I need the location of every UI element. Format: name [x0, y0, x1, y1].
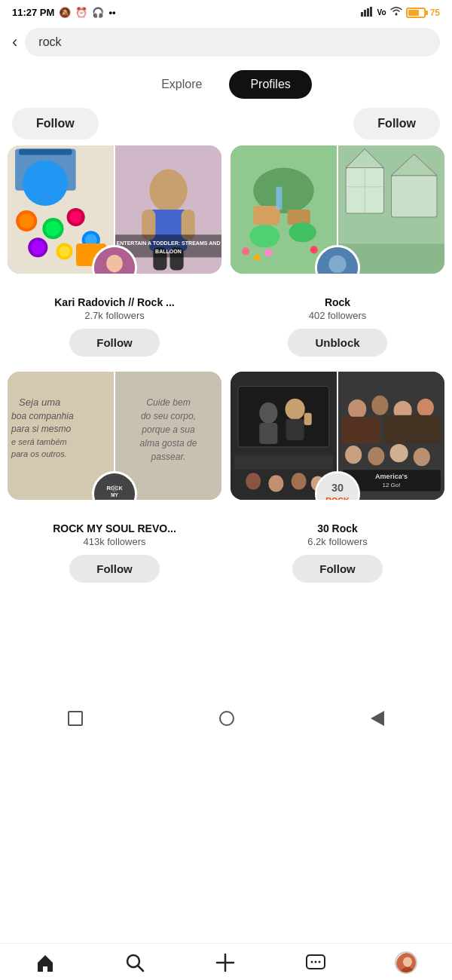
profile-card-rock: Rock 402 followers Unblock [231, 145, 444, 363]
status-bar: 11:27 PM 🔕 ⏰ 🎧 •• Vo 75 [0, 0, 452, 22]
svg-rect-3 [370, 7, 372, 17]
svg-text:30: 30 [331, 482, 344, 494]
nav-search[interactable] [124, 952, 145, 973]
svg-text:do seu corpo,: do seu corpo, [141, 411, 196, 421]
profile-card-30rock: America's 12 Go! 30 ROCK 30 Rock [231, 372, 444, 589]
svg-point-107 [310, 961, 313, 963]
search-bar-container: ‹ rock [0, 22, 452, 66]
svg-text:ROCK: ROCK [325, 496, 350, 500]
svg-point-111 [403, 957, 412, 967]
svg-point-72 [111, 485, 118, 492]
svg-rect-35 [253, 206, 279, 225]
signal-icon [361, 6, 374, 19]
kari-follow-button[interactable]: Follow [69, 329, 160, 357]
nav-home[interactable] [35, 952, 56, 973]
top-follow-row: Follow Follow [0, 108, 452, 145]
svg-point-94 [389, 444, 408, 462]
svg-point-109 [318, 961, 320, 963]
svg-point-42 [264, 249, 272, 256]
battery-icon [406, 8, 426, 18]
tab-profiles[interactable]: Profiles [229, 70, 311, 99]
svg-point-9 [19, 213, 34, 228]
svg-rect-36 [288, 210, 310, 225]
svg-rect-79 [304, 413, 312, 425]
profile-card-kari: ENTERTAIN A TODDLER: STREAMS AND BALLOON [8, 145, 221, 363]
rock-avatar-img [317, 247, 358, 274]
svg-rect-80 [234, 455, 333, 470]
headphone-icon: 🎧 [92, 7, 104, 18]
kari-followers: 2.7k followers [84, 310, 144, 321]
svg-point-54 [328, 256, 346, 273]
svg-text:passear.: passear. [151, 452, 186, 462]
status-right: Vo 75 [361, 6, 440, 19]
svg-rect-48 [392, 176, 437, 217]
svg-point-108 [314, 961, 316, 963]
nav-profile[interactable] [395, 951, 417, 974]
svg-point-93 [368, 447, 384, 465]
30rock-images: America's 12 Go! 30 ROCK [231, 372, 444, 500]
svg-point-43 [310, 246, 318, 253]
android-back-button[interactable] [371, 711, 384, 726]
svg-rect-7 [19, 149, 72, 155]
rock-name: Rock [322, 296, 353, 308]
alarm-clock-icon: ⏰ [75, 7, 87, 18]
android-home-button[interactable] [219, 711, 234, 726]
search-value: rock [38, 35, 61, 49]
svg-rect-0 [361, 12, 363, 17]
svg-text:para os outros.: para os outros. [11, 449, 67, 458]
svg-point-15 [31, 240, 44, 254]
svg-point-11 [45, 221, 60, 236]
android-nav-bar [0, 702, 452, 735]
svg-point-95 [414, 448, 430, 466]
back-button[interactable]: ‹ [12, 32, 17, 52]
svg-point-82 [268, 475, 283, 492]
search-input-wrapper[interactable]: rock [25, 28, 440, 57]
soul-avatar-img: ROCK MY SOUL [94, 473, 135, 500]
svg-rect-90 [342, 417, 380, 443]
svg-point-87 [371, 396, 388, 415]
svg-point-92 [345, 446, 362, 464]
svg-point-37 [249, 225, 279, 247]
svg-text:Seja uma: Seja uma [19, 397, 60, 408]
svg-text:MY: MY [111, 492, 118, 498]
svg-rect-1 [364, 10, 366, 17]
svg-text:alma gosta de: alma gosta de [140, 438, 197, 449]
svg-line-103 [138, 966, 143, 971]
30rock-avatar-img: 30 ROCK [317, 473, 358, 500]
svg-point-31 [106, 255, 123, 272]
profiles-content: ENTERTAIN A TODDLER: STREAMS AND BALLOON [0, 145, 452, 649]
svg-point-40 [242, 247, 249, 255]
top-follow-left-button[interactable]: Follow [12, 108, 99, 139]
top-follow-right-button[interactable]: Follow [353, 108, 440, 139]
30rock-follow-button[interactable]: Follow [292, 555, 383, 583]
svg-rect-6 [15, 149, 76, 190]
status-left: 11:27 PM 🔕 ⏰ 🎧 •• [12, 7, 115, 18]
battery-level: 75 [430, 8, 440, 18]
profile-card-soul: Seja uma boa companhia para si mesmo e s… [8, 372, 221, 589]
nav-messages[interactable] [305, 952, 326, 973]
dots-icon: •• [108, 7, 115, 18]
svg-point-77 [286, 399, 305, 420]
svg-rect-39 [276, 187, 282, 210]
nav-add[interactable] [215, 952, 236, 973]
android-recents-button[interactable] [68, 711, 83, 726]
tab-bar: Explore Profiles [0, 66, 452, 108]
rock-followers: 402 followers [309, 310, 367, 321]
svg-point-86 [348, 400, 366, 419]
svg-point-4 [395, 14, 397, 16]
svg-text:para si mesmo: para si mesmo [11, 424, 71, 434]
soul-follow-button[interactable]: Follow [69, 555, 160, 583]
30rock-followers: 6.2k followers [307, 536, 367, 547]
alarm-icon: 🔕 [59, 7, 71, 18]
svg-point-13 [70, 211, 82, 223]
svg-text:e será também: e será também [11, 437, 67, 446]
tab-explore[interactable]: Explore [140, 70, 223, 99]
profiles-grid: ENTERTAIN A TODDLER: STREAMS AND BALLOON [0, 145, 452, 589]
svg-point-81 [246, 473, 261, 489]
time: 11:27 PM [12, 7, 54, 18]
svg-text:porque a sua: porque a sua [141, 424, 195, 435]
rock-unblock-button[interactable]: Unblock [288, 329, 386, 357]
kari-images: ENTERTAIN A TODDLER: STREAMS AND BALLOON [8, 145, 221, 274]
svg-text:BALLOON: BALLOON [155, 249, 182, 254]
svg-point-38 [289, 222, 316, 242]
